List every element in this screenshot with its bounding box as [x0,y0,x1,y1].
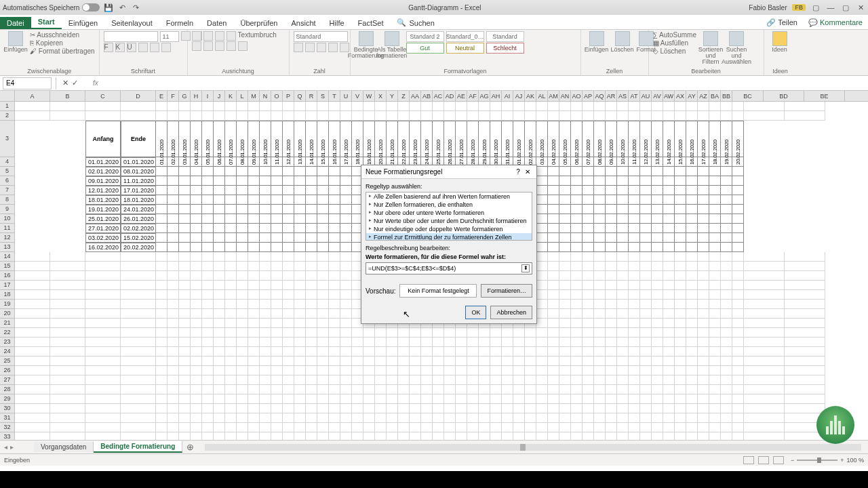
gantt-cell[interactable] [629,243,640,252]
view-normal-icon[interactable] [743,456,754,464]
gantt-cell[interactable] [214,224,225,233]
column-header[interactable]: P [283,91,294,101]
row-header[interactable]: 2 [0,111,15,121]
zoom-level[interactable]: 100 % [846,457,864,464]
column-header[interactable]: AH [490,91,502,101]
orientation-icon[interactable] [226,31,236,41]
row-header[interactable]: 28 [0,385,15,394]
gantt-cell[interactable] [594,205,606,214]
gantt-cell[interactable] [652,233,663,243]
gantt-cell[interactable] [571,233,583,243]
gantt-cell[interactable] [283,167,294,176]
gantt-cell[interactable] [709,224,721,233]
cell-end-date[interactable]: 02.02.2020 [121,224,156,233]
gantt-cell[interactable] [237,176,248,186]
gantt-cell[interactable] [675,224,686,233]
gantt-cell[interactable] [548,243,559,252]
cell-end-date[interactable]: 01.01.2020 [121,157,156,167]
cell-start-date[interactable]: 19.01.2020 [85,205,121,214]
column-header[interactable]: AB [421,91,433,101]
gantt-cell[interactable] [306,243,317,252]
indent-inc-icon[interactable] [238,41,248,51]
gantt-cell[interactable] [732,205,744,214]
gantt-cell[interactable] [167,205,179,214]
indent-dec-icon[interactable] [226,41,236,51]
minimize-icon[interactable]: — [826,3,835,12]
style-good[interactable]: Gut [406,43,444,54]
cut-button[interactable]: ✂ Ausschneiden [30,31,95,39]
gantt-cell[interactable] [237,224,248,233]
gantt-cell[interactable] [260,167,271,176]
sheet-nav-next-icon[interactable]: ▸ [10,443,14,451]
gantt-cell[interactable] [167,243,179,252]
gantt-cell[interactable] [640,233,652,243]
gantt-cell[interactable] [721,243,732,252]
percent-icon[interactable] [305,43,315,52]
gantt-cell[interactable] [732,224,744,233]
gantt-cell[interactable] [663,176,675,186]
collapse-dialog-icon[interactable]: ⬍ [521,264,530,272]
column-header[interactable]: J [214,91,225,101]
gantt-cell[interactable] [329,167,340,176]
gantt-cell[interactable] [329,195,340,205]
italic-icon[interactable]: K [115,43,125,52]
gantt-cell[interactable] [663,243,675,252]
column-header[interactable]: BA [709,91,721,101]
gantt-cell[interactable] [652,167,663,176]
rule-type-item[interactable]: Nur obere oder untere Werte formatieren [366,209,532,217]
gantt-cell[interactable] [571,176,583,186]
gantt-cell[interactable] [156,186,167,195]
gantt-cell[interactable] [179,186,191,195]
font-name-combo[interactable] [104,31,158,42]
gantt-cell[interactable] [248,176,260,186]
gantt-cell[interactable] [675,167,686,176]
gantt-cell[interactable] [340,224,352,233]
gantt-cell[interactable] [191,214,202,224]
gantt-cell[interactable] [294,214,306,224]
gantt-cell[interactable] [709,233,721,243]
row-header[interactable]: 33 [0,432,15,440]
gantt-cell[interactable] [663,233,675,243]
gantt-cell[interactable] [260,195,271,205]
gantt-cell[interactable] [248,243,260,252]
sheet-tab-vorgangsdaten[interactable]: Vorgangsdaten [34,442,94,452]
gantt-cell[interactable] [202,195,214,205]
style-bad[interactable]: Schlecht [486,43,524,54]
gantt-cell[interactable] [629,205,640,214]
gantt-cell[interactable] [686,233,698,243]
align-mid-icon[interactable] [203,31,213,41]
gantt-cell[interactable] [663,224,675,233]
gantt-cell[interactable] [640,214,652,224]
gantt-cell[interactable] [294,233,306,243]
font-color-icon[interactable] [161,43,171,52]
gantt-cell[interactable] [214,167,225,176]
gantt-cell[interactable] [698,214,709,224]
gantt-cell[interactable] [340,186,352,195]
save-icon[interactable]: 💾 [104,3,113,12]
gantt-cell[interactable] [675,233,686,243]
gantt-cell[interactable] [559,233,571,243]
rule-type-list[interactable]: Alle Zellen basierend auf ihren Werten f… [366,192,532,241]
gantt-cell[interactable] [686,224,698,233]
sheet-nav-prev-icon[interactable]: ◂ [4,443,7,451]
column-header[interactable]: BC [732,91,764,101]
row-header[interactable]: 15 [0,262,15,271]
gantt-cell[interactable] [559,195,571,205]
sheet-tab-bedingte[interactable]: Bedingte Formatierung [94,441,182,453]
gantt-cell[interactable] [260,224,271,233]
column-header[interactable]: F [167,91,179,101]
gantt-cell[interactable] [583,233,594,243]
gantt-cell[interactable] [606,176,617,186]
gantt-cell[interactable] [686,167,698,176]
gantt-cell[interactable] [329,233,340,243]
column-header[interactable]: AJ [513,91,525,101]
gantt-cell[interactable] [225,167,237,176]
column-header[interactable]: Q [294,91,306,101]
gantt-cell[interactable] [606,214,617,224]
name-box[interactable]: E4 [3,77,52,89]
gantt-cell[interactable] [732,214,744,224]
row-header[interactable]: 5 [0,167,15,176]
gantt-cell[interactable] [156,243,167,252]
gantt-cell[interactable] [606,224,617,233]
gantt-cell[interactable] [191,243,202,252]
